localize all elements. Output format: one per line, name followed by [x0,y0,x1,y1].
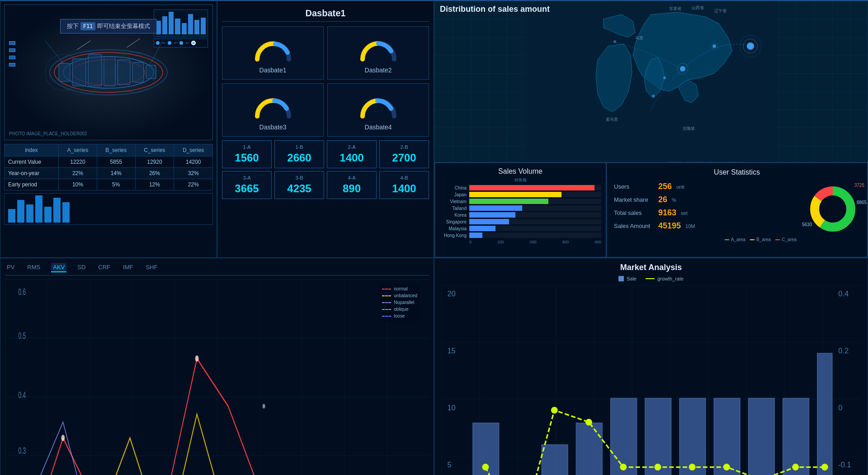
svg-point-49 [195,356,199,362]
waveform-legend: normal unbalanced Noparallel oblique loo… [379,284,420,321]
svg-text:-0.1: -0.1 [838,461,851,469]
bar-track [469,219,601,224]
svg-rect-40 [5,279,429,475]
bar-track [469,185,601,190]
svg-rect-79 [645,398,671,475]
table-cell: 12220 [59,157,97,168]
donut-labels: 3725 5630 8865 [806,182,860,236]
legend-a-icon [725,239,729,240]
cell-label: 4-B [382,175,426,180]
market-share-unit: % [672,197,676,203]
waveform-svg: 0.6 0.5 0.4 0.3 0.2 0.1 [5,279,429,475]
slider-btn-4[interactable] [9,63,15,66]
svg-text:0.6: 0.6 [19,287,26,297]
slider-active-dot[interactable] [191,41,196,45]
map-svg: 甘肃省 山西省 辽宁省 马里 索马里 吉隆坡 © Mapbox © OpenSt… [434,1,868,168]
svg-point-26 [663,76,666,79]
donut-label-8865: 8865 [857,200,867,205]
legend-oblique-icon [382,309,391,310]
svg-point-21 [712,44,716,48]
users-row: Users 256 unit [614,182,797,191]
svg-point-95 [822,464,828,470]
dashboard: PHOTO IMAGE_PLACE_HOLDER002 按下 F11 即可结束全… [0,0,868,475]
h-bar-row: Hong Kong [439,233,601,238]
legend-a: A_area [725,237,745,242]
cell-value: 3665 [225,182,269,195]
number-cell: 1-B 2660 [274,140,324,168]
slider-btn-2[interactable] [9,48,15,52]
waveform-chart-area: 0.6 0.5 0.4 0.3 0.2 0.1 [5,279,429,475]
svg-text:山西省: 山西省 [692,5,704,10]
total-sales-row: Total sales 9163 set [614,208,797,218]
waveform-tab-rms[interactable]: RMS [25,263,42,272]
table-cell: 10% [59,179,97,190]
svg-rect-13 [146,65,156,79]
svg-line-14 [45,41,63,63]
bar-axis: 0 100 200 300 400 [439,240,601,244]
table-cell: 5% [97,179,135,190]
svg-point-88 [586,419,592,425]
cell-value: 2660 [278,152,321,164]
sales-volume-title: Sales Volume [439,167,601,176]
user-stats-title: User Statistics [614,168,860,176]
h-bar-row: Tailand [439,205,601,211]
svg-point-28 [613,40,616,43]
waveform-tab-shf[interactable]: SHF [144,263,159,272]
sale-icon [618,276,624,281]
gauge-label-3: Dasbate3 [259,124,287,131]
svg-point-87 [552,407,557,413]
legend-normal-icon [382,289,391,290]
total-sales-unit: set [681,210,688,216]
waveform-tab-imf[interactable]: IMF [121,263,135,272]
table-header-cell: A_series [59,144,97,157]
svg-rect-77 [576,423,602,475]
svg-rect-9 [88,54,102,86]
bar-country-label: Hong Kong [439,233,467,238]
svg-rect-12 [132,62,144,82]
svg-text:0.5: 0.5 [19,330,26,341]
market-share-row: Market share 26 % [614,195,797,204]
tab-bar[interactable]: PVRMSAKVSDCRFIMFSHF [5,263,429,276]
slider-btn-3[interactable] [9,56,15,59]
svg-text:5: 5 [447,461,451,469]
map-panel: Distribution of sales amount [434,0,868,258]
slider-controls [9,41,15,66]
table-row: Early period10%5%12%22% [5,179,213,190]
waveform-tab-pv[interactable]: PV [5,263,16,272]
sales-amount-unit: 10M [685,223,695,229]
waveform-tab-sd[interactable]: SD [75,263,87,272]
gauge-cell-2: Dasbate2 [327,26,429,80]
dasbate-panel: Dasbate1 Dasbate1 [217,0,434,258]
users-label: Users [614,183,655,190]
h-bar-row: Japan [439,192,601,197]
table-cell: 14200 [174,157,213,168]
market-title: Market Analysis [439,263,863,272]
svg-point-48 [61,435,65,441]
svg-point-89 [620,464,626,470]
sales-amount-value: 45195 [658,221,681,231]
total-sales-label: Total sales [614,209,655,216]
gauge-label-1: Dasbate1 [259,66,287,74]
svg-rect-8 [72,59,86,86]
user-stats-panel: User Statistics Users 256 unit Market sh… [606,162,868,257]
bar [26,204,33,223]
waveform-tab-crf[interactable]: CRF [96,263,112,272]
cell-value: 2700 [382,152,426,164]
svg-rect-11 [118,60,130,85]
slider-btn-1[interactable] [9,41,15,45]
market-legend-growth: growth_rate [646,276,684,281]
gauge-4-svg [356,89,401,121]
slider-line [186,43,189,43]
svg-rect-84 [817,353,832,475]
growth-icon [646,278,655,279]
stats-legend: A_area B_area C_area [614,237,797,242]
bar [17,200,24,223]
waveform-tab-akv[interactable]: AKV [51,263,66,272]
gauge-cell-4: Dasbate4 [327,83,429,137]
cell-label: 3-A [225,175,269,180]
total-sales-value: 9163 [658,208,676,218]
bar-country-label: Tailand [439,206,467,211]
bar-fill [469,219,509,224]
mini-bar [182,23,187,34]
svg-text:索马里: 索马里 [606,117,618,122]
